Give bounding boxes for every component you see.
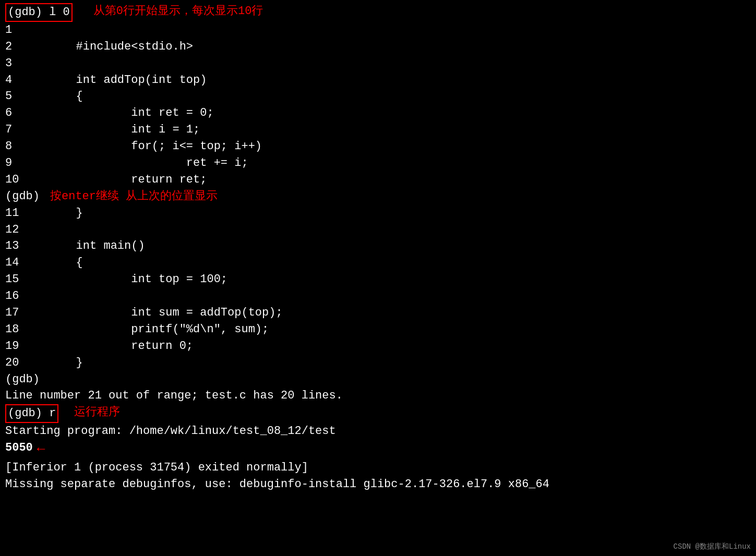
line-out-of-range: Line number 21 out of range; test.c has … [5, 388, 751, 404]
code-line-8: 8 for(; i<= top; i++) [5, 138, 751, 155]
code-line-9: 9 ret += i; [5, 155, 751, 172]
result-line: 5050 ← [5, 440, 751, 460]
starting-program: Starting program: /home/wk/linux/test_08… [5, 423, 751, 440]
code-line-19: 19 return 0; [5, 338, 751, 355]
code-line-18: 18 printf("%d\n", sum); [5, 321, 751, 338]
result-number: 5050 [5, 440, 33, 460]
gdb-prompt-l0: (gdb) l 0 [5, 3, 73, 22]
terminal-window: (gdb) l 0 从第0行开始显示，每次显示10行 1 2 #include<… [0, 0, 756, 556]
code-line-15: 15 int top = 100; [5, 271, 751, 288]
code-line-10: 10 return ret; [5, 172, 751, 188]
gdb-enter-annotation: (gdb) 按enter继续 从上次的位置显示 [5, 188, 751, 205]
code-line-7: 7 int i = 1; [5, 122, 751, 138]
gdb-prompt-plain: (gdb) [5, 371, 751, 388]
code-line-14: 14 { [5, 255, 751, 271]
inferior-exited: [Inferior 1 (process 31754) exited norma… [5, 460, 751, 476]
code-line-13: 13 int main() [5, 238, 751, 255]
annotation-enter: 按enter继续 从上次的位置显示 [50, 188, 218, 205]
left-arrow-icon: ← [37, 440, 45, 460]
missing-debuginfos: Missing separate debuginfos, use: debugi… [5, 476, 751, 493]
code-line-20: 20 } [5, 355, 751, 371]
code-line-2: 2 #include<stdio.h> [5, 39, 751, 55]
watermark: CSDN @数据库和Linux [674, 541, 751, 552]
code-line-4: 4 int addTop(int top) [5, 72, 751, 89]
annotation-r: 运行程序 [74, 404, 120, 423]
gdb-command-l0: (gdb) l 0 从第0行开始显示，每次显示10行 [5, 3, 751, 22]
code-line-1: 1 [5, 22, 751, 39]
code-line-5: 5 { [5, 88, 751, 105]
annotation-l0: 从第0行开始显示，每次显示10行 [93, 3, 263, 22]
code-line-11: 11 } [5, 205, 751, 222]
code-line-12: 12 [5, 222, 751, 238]
gdb-prompt-r: (gdb) r [5, 404, 58, 423]
code-line-3: 3 [5, 55, 751, 72]
gdb-command-r: (gdb) r 运行程序 [5, 404, 751, 423]
code-line-6: 6 int ret = 0; [5, 105, 751, 122]
code-line-16: 16 [5, 288, 751, 305]
code-line-17: 17 int sum = addTop(top); [5, 305, 751, 321]
